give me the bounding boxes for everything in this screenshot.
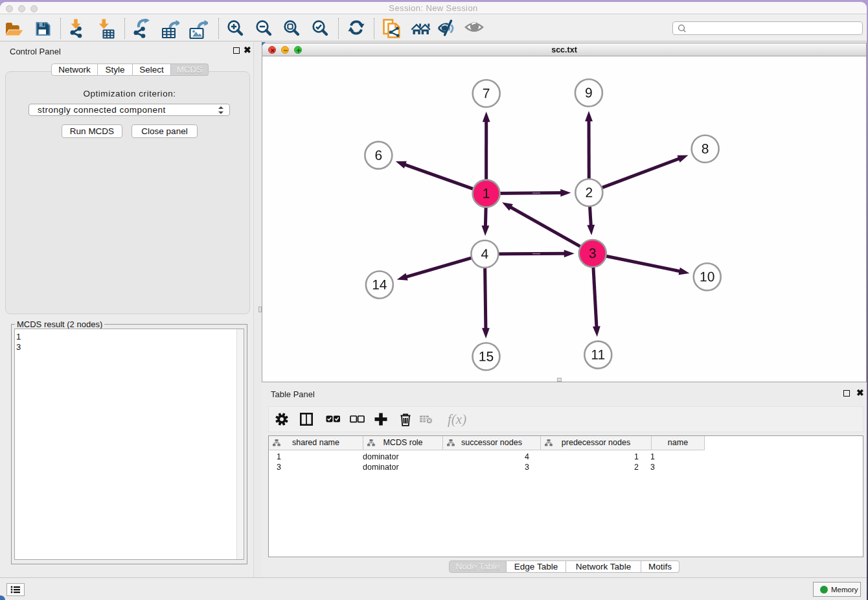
svg-text:10: 10 bbox=[700, 269, 714, 284]
svg-text:9: 9 bbox=[585, 85, 593, 100]
svg-text:8: 8 bbox=[702, 141, 709, 156]
svg-text:11: 11 bbox=[591, 347, 605, 362]
svg-text:4: 4 bbox=[481, 246, 489, 261]
svg-text:14: 14 bbox=[372, 277, 387, 292]
svg-text:7: 7 bbox=[483, 86, 490, 100]
svg-text:15: 15 bbox=[479, 349, 494, 363]
svg-text:1: 1 bbox=[483, 186, 490, 201]
svg-text:6: 6 bbox=[375, 148, 383, 163]
svg-text:2: 2 bbox=[585, 185, 593, 200]
svg-text:f(x): f(x) bbox=[448, 413, 466, 427]
svg-text:3: 3 bbox=[589, 246, 597, 260]
